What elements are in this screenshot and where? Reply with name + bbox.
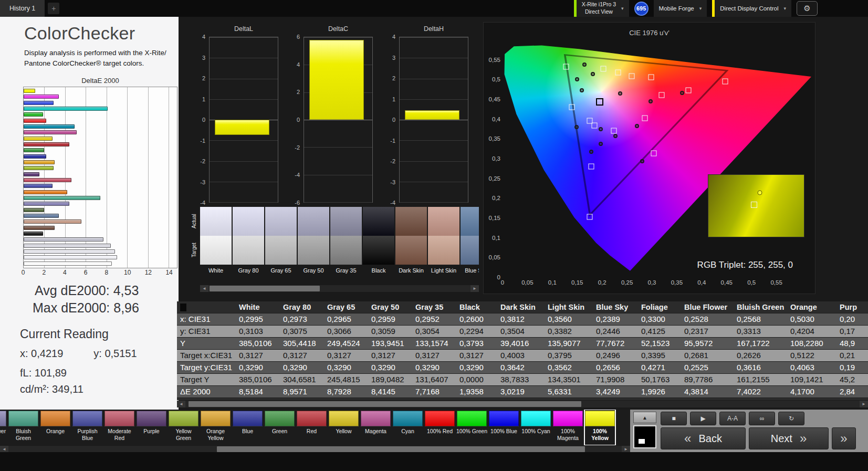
- target-marker: [592, 122, 598, 128]
- measured-marker: [649, 99, 653, 103]
- table-cell: 131,6407: [412, 373, 456, 385]
- page-title: ColorChecker: [24, 23, 179, 44]
- scroll-track[interactable]: [208, 285, 470, 292]
- scroll-thumb[interactable]: [189, 401, 581, 407]
- source-selector[interactable]: Mobile Forge ▾: [654, 0, 707, 17]
- y-tick-label: -6: [295, 200, 300, 206]
- patch-label: 100% Yellow: [584, 428, 615, 442]
- x-tick-label: 0,3: [648, 279, 656, 286]
- expand-patch-list-button[interactable]: ▲: [633, 412, 656, 423]
- patch-name: Light Skin: [428, 267, 459, 274]
- patch-button-yellow[interactable]: Yellow: [328, 410, 359, 445]
- row-label: x: CIE31: [177, 313, 236, 325]
- patch-button-blue-flower[interactable]: Blue Flower: [0, 410, 7, 445]
- patch-button-green[interactable]: Green: [264, 410, 295, 445]
- target-marker: [651, 150, 656, 156]
- display-control-selector[interactable]: Direct Display Control ▾: [712, 0, 791, 17]
- patch-button-100-magenta[interactable]: 100% Magenta: [552, 410, 583, 445]
- pattern-window-button[interactable]: [633, 425, 656, 448]
- deltae-bar: [24, 95, 59, 99]
- patch-button-bluish-green[interactable]: Bluish Green: [8, 410, 39, 445]
- continuous-read-button[interactable]: ∞: [749, 412, 775, 425]
- patch-button-moderate-red[interactable]: Moderate Red: [104, 410, 135, 445]
- y-tick-label: 0,3: [492, 155, 500, 162]
- deltae-bar-row: [24, 214, 177, 218]
- patch-button-orange-yellow[interactable]: Orange Yellow: [200, 410, 231, 445]
- deltae-bar-row: [24, 160, 177, 164]
- deltae-bar-row: [24, 89, 177, 93]
- table-cell: 0,4271: [638, 361, 681, 373]
- column-header: Black: [456, 301, 497, 313]
- measured-marker: [575, 77, 579, 81]
- patch-button-100-red[interactable]: 100% Red: [424, 410, 455, 445]
- patch-label: Yellow: [328, 428, 359, 442]
- cie-title: CIE 1976 u'v': [484, 29, 815, 37]
- measure-buttons: ■ ▶ A-A ∞ ↻: [661, 412, 804, 425]
- series-read-button[interactable]: A-A: [719, 412, 746, 425]
- table-scrollbar[interactable]: ◄ ►: [177, 401, 868, 407]
- table-cell: 0,3127: [412, 349, 456, 361]
- measured-marker: [582, 62, 587, 67]
- table-cell: 0,2656: [593, 361, 638, 373]
- gamut-triangle: [503, 40, 811, 277]
- table-cell: 0,4063: [787, 361, 836, 373]
- scroll-left-arrow[interactable]: ◄: [177, 401, 185, 407]
- patch-button-orange[interactable]: Orange: [40, 410, 71, 445]
- patch-button-100-blue[interactable]: 100% Blue: [488, 410, 519, 445]
- forward-button[interactable]: »: [832, 427, 856, 449]
- comparison-strip: Actual Target WhiteGray 80Gray 65Gray 50…: [191, 207, 479, 295]
- gridline: [400, 120, 468, 120]
- scroll-right-arrow[interactable]: ►: [860, 401, 868, 407]
- play-button[interactable]: ▶: [690, 412, 716, 425]
- scroll-track[interactable]: [185, 401, 860, 407]
- patch-label: Orange: [40, 428, 71, 442]
- back-button[interactable]: « Back: [661, 427, 746, 449]
- scroll-left-arrow[interactable]: ◄: [200, 285, 208, 292]
- patch-name: Gray 65: [265, 267, 297, 274]
- patch-bar: Blue FlowerBluish GreenOrangePurplish Bl…: [0, 410, 630, 445]
- gridline: [400, 202, 468, 203]
- patch-button-yellow-green[interactable]: Yellow Green: [168, 410, 199, 445]
- next-button[interactable]: Next »: [749, 427, 829, 449]
- patch-button-cyan[interactable]: Cyan: [392, 410, 423, 445]
- deltae-bar: [24, 101, 54, 105]
- measured-point-icon: [758, 191, 762, 195]
- scroll-right-arrow[interactable]: ►: [470, 285, 479, 292]
- patch-label: 100% Magenta: [552, 428, 583, 442]
- patch-button-purple[interactable]: Purple: [136, 410, 167, 445]
- patch-button-purplish-blue[interactable]: Purplish Blue: [72, 410, 103, 445]
- patch-button-blue[interactable]: Blue: [232, 410, 263, 445]
- history-tab[interactable]: History 1: [0, 0, 45, 17]
- patch-swatch: [201, 411, 231, 426]
- meter-selector[interactable]: X-Rite i1Pro 3 Direct View ▾: [574, 0, 629, 17]
- table-cell: 3,0219: [497, 385, 545, 397]
- deltae-bar-row: [24, 178, 177, 182]
- target-marker: [569, 104, 574, 110]
- scroll-thumb[interactable]: [210, 286, 320, 291]
- table-cell: 0,2600: [456, 313, 497, 325]
- table-cell: 0,3560: [545, 313, 593, 325]
- settings-button[interactable]: ⚙: [797, 1, 818, 16]
- table-cell: 0,3290: [456, 361, 497, 373]
- comparison-patch: White: [200, 207, 232, 280]
- patch-button-red[interactable]: Red: [296, 410, 327, 445]
- patch-button-100-green[interactable]: 100% Green: [456, 410, 487, 445]
- comparison-scrollbar[interactable]: ◄ ►: [200, 285, 479, 292]
- measured-marker: [618, 91, 622, 96]
- gridline: [210, 182, 278, 182]
- patch-button-magenta[interactable]: Magenta: [360, 410, 391, 445]
- delta-bar: [215, 120, 269, 135]
- scroll-thumb[interactable]: [217, 446, 585, 452]
- loop-button[interactable]: ↻: [778, 412, 804, 425]
- navigation-buttons: « Back Next » »: [661, 427, 856, 449]
- patch-label: Magenta: [360, 428, 391, 442]
- actual-swatch: [233, 207, 264, 236]
- table-header-row: WhiteGray 80Gray 65Gray 50Gray 35BlackDa…: [177, 301, 868, 313]
- patch-button-100-cyan[interactable]: 100% Cyan: [520, 410, 551, 445]
- patch-button-100-yellow[interactable]: 100% Yellow: [584, 410, 615, 445]
- add-tab-button[interactable]: +: [48, 3, 59, 14]
- y-tick-label: 4: [392, 34, 395, 40]
- stop-button[interactable]: ■: [661, 412, 687, 425]
- table-row: ΔE 20008,51848,95718,79288,41457,71681,9…: [177, 385, 868, 397]
- patch-swatch: [553, 411, 583, 426]
